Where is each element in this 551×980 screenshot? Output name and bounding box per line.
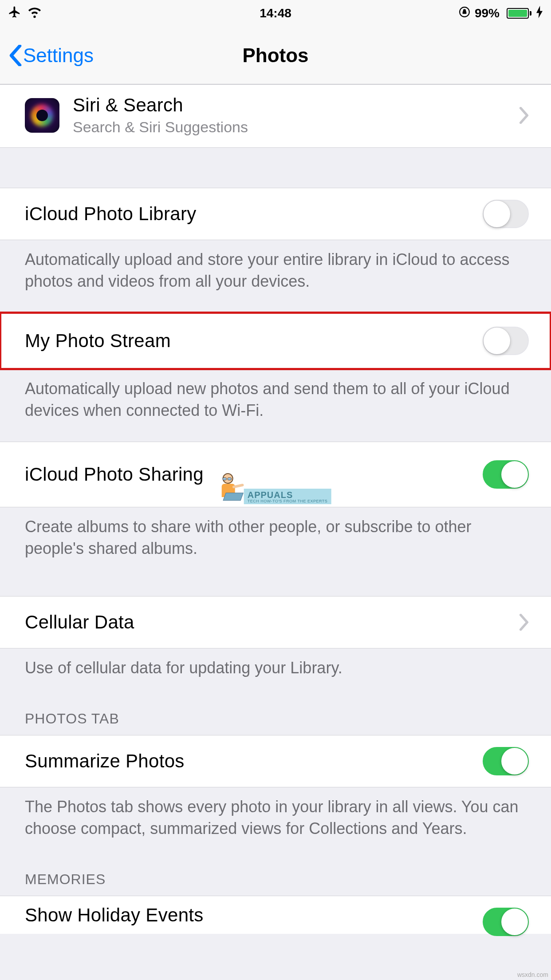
nav-bar: Settings Photos: [0, 27, 551, 84]
holiday-label: Show Holiday Events: [25, 905, 483, 926]
icloud-library-footer: Automatically upload and store your enti…: [0, 240, 551, 312]
row-my-photo-stream[interactable]: My Photo Stream: [0, 312, 551, 369]
back-label: Settings: [23, 44, 94, 67]
watermark-brand: Appuals: [248, 490, 328, 499]
toggle-summarize-photos[interactable]: [483, 747, 529, 775]
chevron-right-icon: [519, 614, 529, 631]
appuals-watermark: Appuals TECH HOW-TO'S FROM THE EXPERTS: [220, 473, 331, 504]
cellular-footer: Use of cellular data for updating your L…: [0, 648, 551, 688]
toggle-photo-stream[interactable]: [483, 327, 529, 355]
back-button[interactable]: Settings: [9, 44, 94, 67]
watermark-person-icon: [220, 473, 240, 504]
toggle-photo-sharing[interactable]: [483, 460, 529, 489]
battery-icon: [504, 8, 531, 19]
photo-sharing-footer: Create albums to share with other people…: [0, 507, 551, 580]
watermark-tag: TECH HOW-TO'S FROM THE EXPERTS: [248, 499, 328, 503]
wifi-icon: [28, 5, 42, 22]
photo-stream-label: My Photo Stream: [25, 330, 483, 352]
row-summarize-photos[interactable]: Summarize Photos: [0, 735, 551, 787]
battery-percent: 99%: [475, 6, 500, 20]
status-bar: 14:48 99%: [0, 0, 551, 27]
cellular-label: Cellular Data: [25, 612, 519, 633]
memories-header: MEMORIES: [0, 848, 551, 896]
chevron-left-icon: [9, 45, 22, 66]
row-cellular-data[interactable]: Cellular Data: [0, 596, 551, 648]
siri-title: Siri & Search: [73, 95, 519, 116]
row-show-holiday-events[interactable]: Show Holiday Events: [0, 896, 551, 934]
orientation-lock-icon: [459, 6, 470, 21]
toggle-holiday-events[interactable]: [483, 908, 529, 936]
icloud-library-label: iCloud Photo Library: [25, 203, 483, 225]
summarize-footer: The Photos tab shows every photo in your…: [0, 787, 551, 848]
toggle-icloud-library[interactable]: [483, 200, 529, 228]
summarize-label: Summarize Photos: [25, 751, 483, 772]
photos-tab-header: PHOTOS TAB: [0, 688, 551, 735]
row-siri-search[interactable]: Siri & Search Search & Siri Suggestions: [0, 84, 551, 148]
airplane-icon: [8, 5, 21, 22]
chevron-right-icon: [519, 107, 529, 124]
status-time: 14:48: [260, 6, 291, 20]
charging-icon: [536, 6, 543, 21]
page-title: Photos: [242, 44, 308, 67]
row-icloud-photo-library[interactable]: iCloud Photo Library: [0, 188, 551, 240]
siri-icon: [25, 98, 59, 133]
siri-subtitle: Search & Siri Suggestions: [73, 119, 519, 136]
source-watermark: wsxdn.com: [517, 971, 548, 978]
photo-stream-footer: Automatically upload new photos and send…: [0, 369, 551, 442]
